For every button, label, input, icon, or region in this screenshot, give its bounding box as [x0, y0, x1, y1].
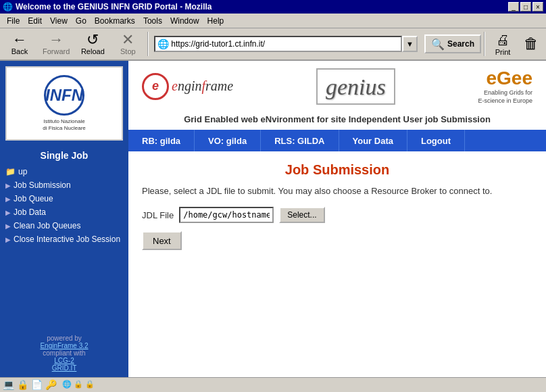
back-button[interactable]: ← Back [3, 30, 36, 58]
header-logos: e enginframe genius eGee Enabling Grids … [128, 61, 546, 112]
trash-button[interactable]: 🗑 [519, 34, 543, 54]
search-button[interactable]: 🔍 Search [424, 34, 481, 53]
arrow-icon-1: ▶ [5, 182, 11, 189]
arrow-icon-5: ▶ [5, 236, 11, 243]
sidebar-close-interactive-label: Close Interactive Job Session [14, 235, 120, 244]
search-label: Search [447, 39, 474, 49]
close-button[interactable]: × [532, 2, 543, 11]
window-controls: _ □ × [508, 2, 543, 11]
status-icon-4: 🔑 [45, 379, 57, 390]
nav-vo[interactable]: VO: gilda [195, 130, 261, 151]
compliant-with-text: compliant with [43, 349, 85, 357]
menu-view[interactable]: View [46, 15, 72, 27]
forward-icon: → [49, 32, 64, 47]
sidebar-item-up[interactable]: 📁 up [0, 165, 128, 178]
sidebar-item-job-data[interactable]: ▶ Job Data [0, 205, 128, 219]
print-button[interactable]: 🖨 Print [488, 31, 518, 57]
address-dropdown-button[interactable]: ▼ [402, 36, 418, 52]
status-icons: 💻 🔒 📄 🔑 🌐 🔒 🔒 [3, 379, 95, 390]
jdl-input[interactable] [179, 207, 274, 223]
arrow-icon-3: ▶ [5, 209, 11, 216]
reload-button[interactable]: ↺ Reload [76, 30, 109, 58]
next-button[interactable]: Next [142, 231, 182, 250]
title-bar: 🌐 Welcome to the GENIUS INFN GRID Portal… [0, 0, 546, 14]
address-bar: 🌐 ▼ [154, 34, 418, 53]
egee-subtitle: Enabling Grids forE-science in Europe [478, 89, 532, 105]
sidebar-item-close-interactive-job[interactable]: ▶ Close Interactive Job Session [0, 232, 128, 246]
address-globe-icon: 🌐 [155, 39, 171, 49]
infn-subtitle: Istituto Nazionaledi Fisica Nucleare [43, 118, 86, 131]
toolbar-separator [147, 32, 149, 56]
sidebar-job-queue-label: Job Queue [14, 194, 53, 203]
next-button-row: Next [142, 231, 532, 250]
sidebar-section-title: Single Job [0, 146, 128, 165]
genius-logo: genius [316, 68, 395, 105]
search-icon: 🔍 [431, 38, 445, 51]
nav-rb[interactable]: RB: gilda [128, 130, 195, 151]
sidebar-clean-job-queues-label: Clean Job Queues [14, 221, 80, 230]
stop-button[interactable]: ✕ Stop [111, 30, 145, 58]
status-icon-3: 📄 [31, 379, 43, 390]
egee-e1: e [486, 68, 497, 89]
menu-tools[interactable]: Tools [139, 15, 166, 27]
page-title: Job Submission [142, 162, 532, 178]
page-content: Job Submission Please, select a JDL file… [128, 151, 546, 377]
nav-rls[interactable]: RLS: GILDA [261, 130, 339, 151]
egee-g: G [497, 68, 512, 89]
print-icon: 🖨 [496, 32, 510, 48]
sidebar-job-data-label: Job Data [14, 207, 46, 217]
arrow-icon-2: ▶ [5, 195, 11, 203]
sidebar-item-clean-job-queues[interactable]: ▶ Clean Job Queues [0, 219, 128, 232]
forward-label: Forward [43, 47, 70, 55]
forward-button[interactable]: → Forward [38, 30, 74, 58]
menu-bar: File Edit View Go Bookmarks Tools Window… [0, 14, 546, 28]
infn-circle-logo: INFN [44, 75, 84, 116]
sidebar-job-submission-label: Job Submission [14, 180, 71, 190]
maximize-button[interactable]: □ [520, 2, 531, 11]
menu-file[interactable]: File [3, 15, 24, 27]
address-input-wrap: 🌐 [154, 36, 402, 52]
menu-edit[interactable]: Edit [24, 15, 46, 27]
trash-icon: 🗑 [524, 35, 539, 53]
reload-icon: ↺ [86, 32, 99, 47]
status-icon-2: 🔒 [17, 379, 28, 390]
egee-logo: eGee Enabling Grids forE-science in Euro… [478, 68, 532, 105]
menu-window[interactable]: Window [166, 15, 203, 27]
lcg2-link[interactable]: LCG-2 [54, 357, 74, 364]
menu-go[interactable]: Go [72, 15, 91, 27]
genius-text: genius [326, 74, 386, 99]
window-title: Welcome to the GENIUS INFN GRID Portal -… [16, 2, 212, 11]
menu-bookmarks[interactable]: Bookmarks [91, 15, 139, 27]
tagline: Grid Enabled web eNvironment for site In… [128, 112, 546, 130]
back-icon: ← [12, 32, 27, 47]
menu-help[interactable]: Help [203, 15, 228, 27]
sidebar-item-job-queue[interactable]: ▶ Job Queue [0, 192, 128, 205]
nav-bar: RB: gilda VO: gilda RLS: GILDA Your Data… [128, 130, 546, 151]
genius-logo-wrap: genius [316, 68, 395, 105]
folder-icon: 📁 [5, 167, 16, 176]
status-bar: 💻 🔒 📄 🔑 🌐 🔒 🔒 [0, 377, 546, 391]
enginframe-logo: e enginframe [142, 73, 233, 100]
jdl-label: JDL File [142, 210, 174, 220]
status-icon-1: 💻 [3, 379, 14, 390]
infn-logo: INFN Istituto Nazionaledi Fisica Nuclear… [5, 66, 123, 141]
enginframe-text: enginframe [172, 78, 233, 94]
sidebar-item-job-submission[interactable]: ▶ Job Submission [0, 178, 128, 192]
toolbar: ← Back → Forward ↺ Reload ✕ Stop 🌐 ▼ 🔍 S… [0, 28, 546, 61]
gridit-link[interactable]: GRID.IT [52, 364, 77, 372]
print-label: Print [495, 48, 511, 56]
arrow-icon-4: ▶ [5, 222, 11, 230]
content-area: e enginframe genius eGee Enabling Grids … [128, 61, 546, 377]
powered-by-text: powered by [3, 335, 126, 342]
enginframe-link[interactable]: EnginFrame 3.2 [40, 342, 88, 349]
enginframe-circle: e [142, 73, 169, 100]
select-button[interactable]: Select... [279, 207, 324, 223]
address-input[interactable] [171, 39, 401, 49]
nav-your-data[interactable]: Your Data [339, 130, 407, 151]
sidebar: INFN Istituto Nazionaledi Fisica Nuclear… [0, 61, 128, 377]
main-window: INFN Istituto Nazionaledi Fisica Nuclear… [0, 61, 546, 377]
status-flag-icons: 🌐 🔒 🔒 [62, 380, 95, 389]
enginframe-e: e [172, 78, 178, 93]
minimize-button[interactable]: _ [508, 2, 519, 11]
nav-logout[interactable]: Logout [407, 130, 465, 151]
